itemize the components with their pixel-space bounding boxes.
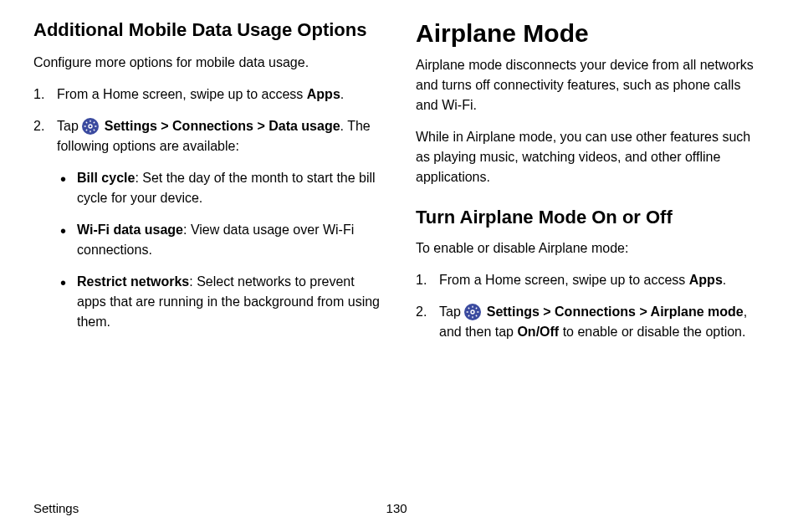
right-column: Airplane Mode Airplane mode disconnects … <box>416 18 765 354</box>
page-footer: Settings 130 <box>33 501 765 515</box>
bullet-bold: Bill cycle <box>77 171 135 185</box>
svg-point-1 <box>471 310 474 314</box>
bullet-bold: Wi-Fi data usage <box>77 223 183 237</box>
breadcrumb-sep: > <box>636 304 651 319</box>
step-1-left: From a Home screen, swipe up to access A… <box>33 84 382 105</box>
para-1: Airplane mode disconnects your device fr… <box>416 55 765 115</box>
step-text: to enable or disable the option. <box>559 325 745 339</box>
intro-text-2: To enable or disable Airplane mode: <box>416 238 765 258</box>
onoff-label: On/Off <box>517 325 559 339</box>
breadcrumb-sep: > <box>540 304 555 319</box>
step-1-right: From a Home screen, swipe up to access A… <box>416 270 765 290</box>
steps-list-right: From a Home screen, swipe up to access A… <box>416 270 765 342</box>
step-text: Tap <box>57 119 82 133</box>
left-column: Additional Mobile Data Usage Options Con… <box>33 18 382 354</box>
subsection-heading-turn-onoff: Turn Airplane Mode On or Off <box>416 206 765 230</box>
breadcrumb-sep: > <box>157 119 172 133</box>
step-text: From a Home screen, swipe up to access <box>439 273 689 287</box>
settings-icon <box>82 118 99 135</box>
settings-label: Settings <box>487 304 540 319</box>
para-2: While in Airplane mode, you can use othe… <box>416 127 765 187</box>
step-text: . <box>723 273 726 287</box>
section-heading-data-options: Additional Mobile Data Usage Options <box>33 18 382 43</box>
bullet-wifi-data: Wi-Fi data usage: View data usage over W… <box>57 220 382 260</box>
airplane-mode-label: Airplane mode <box>651 304 744 319</box>
bullet-bill-cycle: Bill cycle: Set the day of the month to … <box>57 168 382 208</box>
data-usage-label: Data usage <box>269 119 340 133</box>
section-heading-airplane: Airplane Mode <box>416 18 765 49</box>
settings-icon <box>464 304 481 320</box>
step-text: Tap <box>439 304 464 319</box>
apps-label: Apps <box>689 273 723 287</box>
bullet-restrict-networks: Restrict networks: Select networks to pr… <box>57 272 382 332</box>
connections-label: Connections <box>555 304 636 319</box>
bullet-bold: Restrict networks <box>77 274 189 289</box>
step-2-left: Tap Settings > Connections > Data usage.… <box>33 116 382 332</box>
svg-point-0 <box>89 125 92 128</box>
breadcrumb-sep: > <box>253 119 269 133</box>
steps-list-left: From a Home screen, swipe up to access A… <box>33 84 382 332</box>
intro-text: Configure more options for mobile data u… <box>33 53 382 73</box>
step-2-right: Tap Settings > Connections > Airplane mo… <box>416 302 765 342</box>
page-columns: Additional Mobile Data Usage Options Con… <box>33 18 765 354</box>
options-bullets: Bill cycle: Set the day of the month to … <box>57 168 382 332</box>
footer-page-number: 130 <box>28 501 765 515</box>
step-text: . <box>340 87 344 101</box>
apps-label: Apps <box>307 87 340 101</box>
settings-label: Settings <box>105 119 157 133</box>
step-text: From a Home screen, swipe up to access <box>57 87 307 101</box>
connections-label: Connections <box>172 119 253 133</box>
